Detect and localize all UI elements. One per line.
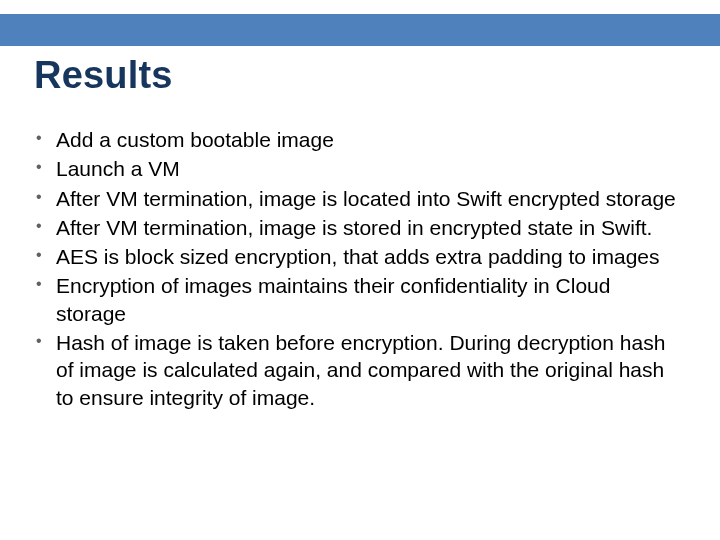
bullet-list: Add a custom bootable image Launch a VM … bbox=[34, 126, 684, 411]
list-item: Add a custom bootable image bbox=[34, 126, 684, 153]
bullet-text: Launch a VM bbox=[56, 157, 180, 180]
list-item: After VM termination, image is stored in… bbox=[34, 214, 684, 241]
list-item: Encryption of images maintains their con… bbox=[34, 272, 684, 327]
slide-title: Results bbox=[34, 54, 173, 97]
bullet-text: After VM termination, image is located i… bbox=[56, 187, 676, 210]
bullet-text: After VM termination, image is stored in… bbox=[56, 216, 652, 239]
slide-body: Add a custom bootable image Launch a VM … bbox=[34, 126, 684, 413]
bullet-text: Encryption of images maintains their con… bbox=[56, 274, 610, 324]
bullet-text: Hash of image is taken before encryption… bbox=[56, 331, 665, 409]
accent-bar bbox=[0, 14, 720, 46]
bullet-text: Add a custom bootable image bbox=[56, 128, 334, 151]
list-item: Launch a VM bbox=[34, 155, 684, 182]
list-item: After VM termination, image is located i… bbox=[34, 185, 684, 212]
slide: Results Add a custom bootable image Laun… bbox=[0, 0, 720, 540]
bullet-text: AES is block sized encryption, that adds… bbox=[56, 245, 660, 268]
list-item: AES is block sized encryption, that adds… bbox=[34, 243, 684, 270]
list-item: Hash of image is taken before encryption… bbox=[34, 329, 684, 411]
